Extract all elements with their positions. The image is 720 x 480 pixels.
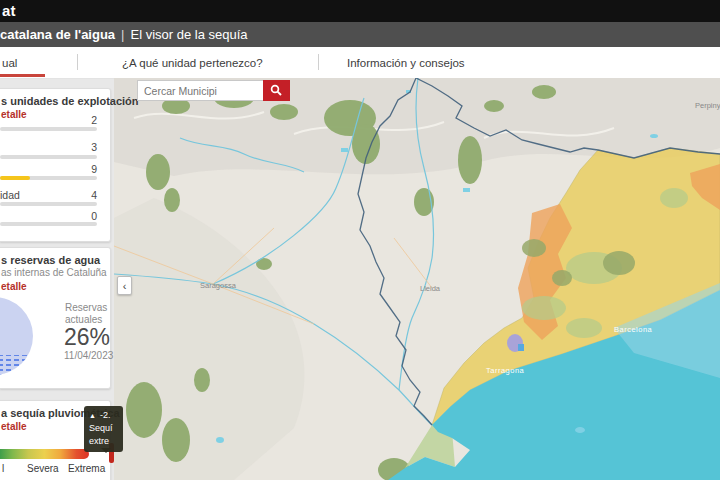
unit-row-bar — [0, 127, 97, 131]
unit-row-value: 4 — [0, 189, 97, 201]
app-title-bar: catalana de l'aigua | El visor de la seq… — [0, 22, 720, 47]
unit-row-bar — [0, 155, 97, 159]
reserves-detail-link[interactable]: etalle — [1, 281, 27, 292]
tab-informacion-consejos[interactable]: Información y consejos — [347, 47, 465, 78]
reserves-pie-chart — [0, 293, 50, 383]
search-input[interactable] — [137, 80, 263, 101]
main-nav: ual ¿A qué unidad pertenezco? Informació… — [0, 47, 720, 79]
label-lleida: Lleida — [420, 284, 441, 293]
page-title: El visor de la sequía — [130, 27, 247, 42]
pluvio-detail-link[interactable]: etalle — [1, 421, 27, 432]
tooltip-value: -2. — [100, 410, 111, 420]
drought-viewer-app: at catalana de l'aigua | El visor de la … — [0, 0, 720, 480]
unit-row-bar — [0, 222, 97, 226]
gradient-legend-label: Severa — [27, 463, 59, 474]
unit-row-value: 0 — [0, 210, 97, 222]
tooltip-pointer — [101, 448, 111, 453]
gradient-legend-label: l — [2, 463, 4, 474]
map-canvas[interactable]: Saragossa Lleida Barcelona Tarragona Per… — [114, 78, 720, 480]
tab-unidad-pertenezco[interactable]: ¿A qué unidad pertenezco? — [122, 47, 263, 78]
unit-row-value: 2 — [0, 114, 97, 126]
label-tarragona: Tarragona — [486, 366, 525, 375]
unit-row-bar — [0, 202, 97, 206]
unit-row-value: 3 — [0, 141, 97, 153]
reserves-card-subtitle: as internas de Cataluña — [1, 267, 107, 278]
unit-row-value: 9 — [0, 163, 97, 175]
reservoir-spot — [518, 344, 524, 351]
tooltip-text: extre — [89, 435, 123, 448]
active-tab-indicator — [0, 74, 45, 77]
gradient-legend-label: Extrema — [68, 463, 105, 474]
reserves-card-title: s reservas de agua — [1, 254, 100, 266]
sidebar-collapse-button[interactable]: ‹ — [117, 276, 132, 295]
reserves-stat-value: 26% — [64, 324, 110, 351]
label-saragossa: Saragossa — [200, 281, 237, 290]
unit-row-bar — [0, 176, 97, 180]
reserves-stat-label: Reservas — [65, 302, 107, 313]
unit-row-bar-fill — [0, 176, 30, 180]
gencat-logo[interactable]: at — [2, 2, 16, 19]
search-icon — [270, 84, 283, 97]
label-barcelona: Barcelona — [614, 325, 653, 334]
units-card-title: s unidades de explotación — [1, 95, 139, 107]
drought-tooltip: ▲-2. Sequí extre — [84, 406, 123, 452]
title-separator: | — [121, 27, 124, 42]
triangle-up-icon: ▲ — [89, 412, 96, 419]
org-name[interactable]: catalana de l'aigua — [0, 27, 115, 42]
drought-gradient-bar — [0, 449, 89, 459]
top-black-bar: at — [0, 0, 720, 22]
reserves-stat-date: 11/04/2023 — [64, 350, 113, 361]
search-button[interactable] — [263, 80, 290, 101]
label-perpinya: Perpinyà — [695, 101, 720, 110]
tab-divider — [318, 54, 319, 70]
tab-divider — [77, 54, 78, 70]
tooltip-text: Sequí — [89, 422, 123, 435]
